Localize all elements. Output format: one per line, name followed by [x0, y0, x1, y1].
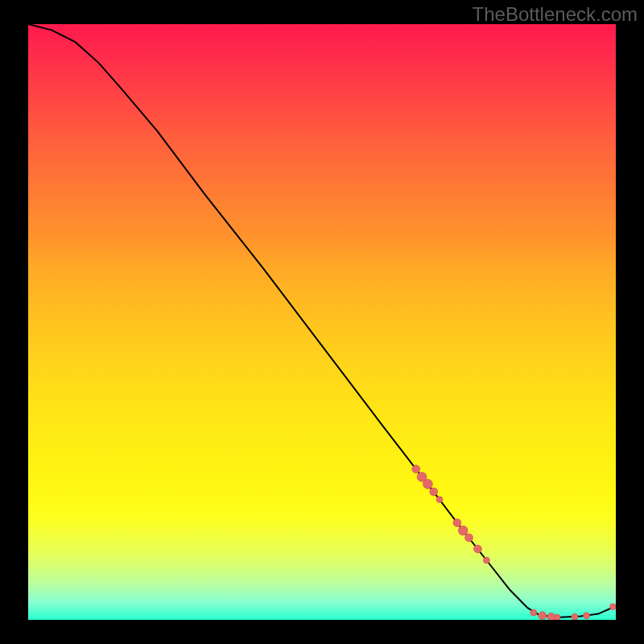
watermark-text: TheBottleneck.com: [473, 3, 638, 26]
data-point-marker: [554, 614, 560, 620]
main-curve-line: [28, 24, 616, 617]
data-point-marker: [572, 613, 578, 620]
data-point-marker: [609, 604, 616, 610]
data-point-marker: [423, 479, 432, 489]
data-point-marker: [453, 518, 461, 526]
data-point-marker: [436, 497, 443, 503]
data-point-marker: [584, 613, 590, 619]
chart-svg: [28, 24, 616, 620]
data-point-marker: [465, 534, 473, 542]
data-point-marker: [530, 609, 537, 616]
plot-area: [28, 24, 616, 620]
data-point-marker: [412, 465, 420, 473]
data-point-marker: [473, 545, 481, 553]
data-point-marker: [539, 612, 547, 620]
data-point-marker: [430, 488, 438, 496]
data-point-marker: [483, 557, 489, 564]
chart-container: TheBottleneck.com: [0, 0, 644, 644]
data-point-marker: [458, 526, 468, 535]
data-point-markers: [412, 465, 616, 620]
